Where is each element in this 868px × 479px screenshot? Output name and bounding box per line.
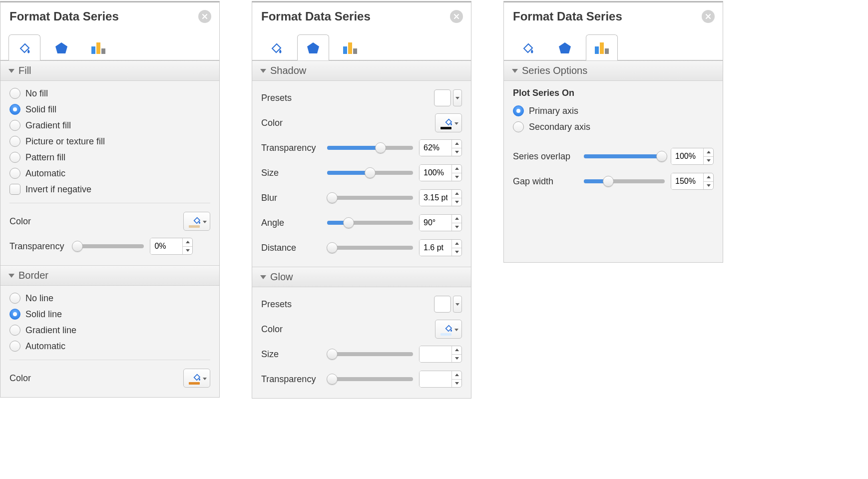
section-header-glow[interactable]: Glow bbox=[252, 267, 471, 287]
stepper-down[interactable] bbox=[452, 380, 461, 388]
section-header-border[interactable]: Border bbox=[0, 265, 219, 286]
radio-picture-fill[interactable]: Picture or texture fill bbox=[9, 136, 210, 147]
stepper-up[interactable] bbox=[452, 215, 461, 223]
stepper-down[interactable] bbox=[452, 148, 461, 156]
radio-label: Secondary axis bbox=[529, 122, 590, 132]
glow-size-spinner[interactable] bbox=[419, 346, 462, 363]
shadow-angle-slider[interactable] bbox=[327, 221, 413, 225]
shadow-transparency-input[interactable] bbox=[420, 140, 451, 156]
tab-effects[interactable] bbox=[549, 34, 581, 60]
tab-effects[interactable] bbox=[45, 34, 77, 60]
stepper-up[interactable] bbox=[183, 238, 192, 247]
fill-transparency-input[interactable] bbox=[150, 238, 182, 254]
tabs bbox=[252, 28, 471, 60]
shadow-blur-spinner[interactable] bbox=[419, 189, 462, 206]
tab-series-options[interactable] bbox=[586, 34, 618, 60]
stepper-down[interactable] bbox=[704, 157, 713, 165]
tab-series-options[interactable] bbox=[334, 34, 366, 60]
blur-label: Blur bbox=[261, 193, 321, 203]
stepper-down[interactable] bbox=[452, 173, 461, 181]
series-overlap-slider[interactable] bbox=[584, 154, 665, 158]
distance-label: Distance bbox=[261, 243, 321, 253]
tab-effects[interactable] bbox=[297, 34, 329, 60]
stepper-up[interactable] bbox=[452, 190, 461, 198]
glow-transparency-spinner[interactable] bbox=[419, 371, 462, 388]
svg-rect-8 bbox=[605, 48, 609, 54]
radio-no-fill[interactable]: No fill bbox=[9, 88, 210, 99]
tab-fill-line[interactable] bbox=[512, 34, 544, 60]
glow-transparency-slider[interactable] bbox=[327, 377, 413, 381]
stepper-down[interactable] bbox=[704, 182, 713, 190]
shadow-presets-button[interactable] bbox=[434, 89, 462, 106]
radio-solid-fill[interactable]: Solid fill bbox=[9, 104, 210, 115]
shadow-transparency-slider[interactable] bbox=[327, 146, 413, 150]
radio-primary-axis[interactable]: Primary axis bbox=[513, 105, 714, 116]
chevron-down-icon bbox=[8, 274, 14, 278]
close-button[interactable] bbox=[702, 10, 715, 23]
radio-pattern-fill[interactable]: Pattern fill bbox=[9, 152, 210, 163]
svg-rect-7 bbox=[600, 42, 604, 54]
paint-bucket-icon bbox=[443, 117, 453, 127]
stepper-down[interactable] bbox=[452, 355, 461, 363]
gap-width-slider[interactable] bbox=[584, 179, 665, 183]
shadow-size-spinner[interactable] bbox=[419, 164, 462, 181]
fill-color-button[interactable] bbox=[183, 212, 210, 231]
color-label: Color bbox=[261, 324, 283, 335]
tab-fill-line[interactable] bbox=[8, 34, 40, 60]
shadow-blur-input[interactable] bbox=[420, 190, 451, 206]
radio-automatic[interactable]: Automatic bbox=[9, 168, 210, 179]
format-panel-series-options: Format Data Series Series Options Plot S… bbox=[503, 1, 723, 263]
shadow-blur-slider[interactable] bbox=[327, 196, 413, 200]
series-overlap-spinner[interactable] bbox=[671, 148, 714, 165]
stepper-up[interactable] bbox=[452, 165, 461, 173]
shadow-transparency-spinner[interactable] bbox=[419, 139, 462, 156]
stepper-down[interactable] bbox=[452, 223, 461, 231]
glow-presets-button[interactable] bbox=[434, 296, 462, 313]
stepper-up[interactable] bbox=[452, 371, 461, 380]
stepper-up[interactable] bbox=[452, 346, 461, 355]
radio-solid-line[interactable]: Solid line bbox=[9, 309, 210, 320]
stepper-up[interactable] bbox=[704, 148, 713, 157]
glow-transparency-input[interactable] bbox=[420, 371, 451, 387]
close-button[interactable] bbox=[198, 10, 211, 23]
radio-automatic-line[interactable]: Automatic bbox=[9, 341, 210, 352]
shadow-distance-slider[interactable] bbox=[327, 246, 413, 250]
stepper-up[interactable] bbox=[452, 140, 461, 148]
svg-rect-0 bbox=[91, 46, 95, 54]
radio-gradient-line[interactable]: Gradient line bbox=[9, 325, 210, 336]
section-header-fill[interactable]: Fill bbox=[0, 60, 219, 81]
section-header-series-options[interactable]: Series Options bbox=[504, 60, 723, 81]
tab-fill-line[interactable] bbox=[260, 34, 292, 60]
border-color-button[interactable] bbox=[183, 369, 210, 388]
stepper-down[interactable] bbox=[452, 198, 461, 206]
paint-bucket-icon bbox=[520, 40, 535, 55]
checkbox-invert-negative[interactable]: Invert if negative bbox=[9, 184, 210, 195]
fill-transparency-slider[interactable] bbox=[74, 244, 144, 248]
shadow-distance-spinner[interactable] bbox=[419, 239, 462, 256]
section-header-shadow[interactable]: Shadow bbox=[252, 60, 471, 81]
stepper-up[interactable] bbox=[452, 240, 461, 248]
shadow-angle-input[interactable] bbox=[420, 215, 451, 231]
glow-color-button[interactable] bbox=[435, 320, 462, 339]
shadow-distance-input[interactable] bbox=[420, 240, 451, 256]
plot-series-on-label: Plot Series On bbox=[513, 88, 714, 98]
gap-width-spinner[interactable] bbox=[671, 173, 714, 190]
radio-label: Solid fill bbox=[25, 104, 56, 115]
shadow-size-slider[interactable] bbox=[327, 171, 413, 175]
close-button[interactable] bbox=[450, 10, 463, 23]
radio-no-line[interactable]: No line bbox=[9, 293, 210, 304]
shadow-size-input[interactable] bbox=[420, 165, 451, 181]
shadow-angle-spinner[interactable] bbox=[419, 214, 462, 231]
radio-gradient-fill[interactable]: Gradient fill bbox=[9, 120, 210, 131]
stepper-up[interactable] bbox=[704, 173, 713, 182]
series-overlap-input[interactable] bbox=[671, 148, 703, 164]
gap-width-input[interactable] bbox=[671, 173, 703, 189]
glow-size-input[interactable] bbox=[420, 346, 451, 362]
tab-series-options[interactable] bbox=[82, 34, 114, 60]
stepper-down[interactable] bbox=[183, 247, 192, 255]
stepper-down[interactable] bbox=[452, 248, 461, 256]
radio-secondary-axis[interactable]: Secondary axis bbox=[513, 121, 714, 132]
shadow-color-button[interactable] bbox=[435, 113, 462, 132]
glow-size-slider[interactable] bbox=[327, 352, 413, 356]
fill-transparency-spinner[interactable] bbox=[150, 238, 193, 255]
